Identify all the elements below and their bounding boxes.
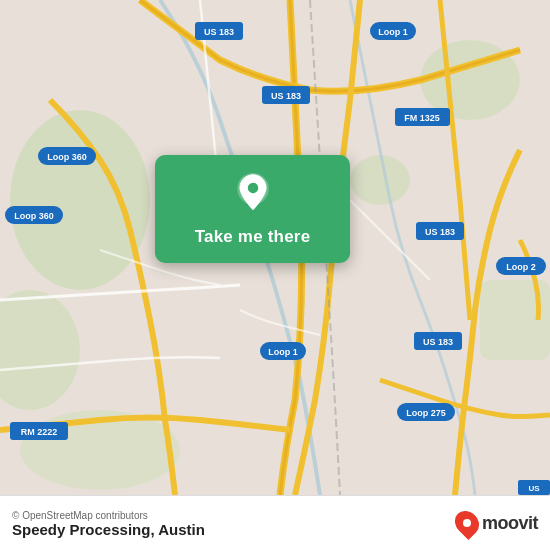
svg-text:US 183: US 183 (271, 91, 301, 101)
svg-point-5 (350, 155, 410, 205)
bottom-left: © OpenStreetMap contributors Speedy Proc… (12, 509, 205, 538)
svg-text:US 183: US 183 (423, 337, 453, 347)
svg-text:US 183: US 183 (204, 27, 234, 37)
svg-text:Loop 2: Loop 2 (506, 262, 536, 272)
bottom-bar: © OpenStreetMap contributors Speedy Proc… (0, 495, 550, 550)
map-container: US 183 US 183 Loop 1 FM 1325 Loop 360 Lo… (0, 0, 550, 495)
svg-text:Loop 1: Loop 1 (378, 27, 408, 37)
svg-text:Loop 360: Loop 360 (14, 211, 54, 221)
take-me-there-button[interactable]: Take me there (195, 227, 311, 247)
svg-point-35 (247, 183, 258, 194)
svg-text:Loop 1: Loop 1 (268, 347, 298, 357)
svg-text:FM 1325: FM 1325 (404, 113, 440, 123)
svg-text:Loop 275: Loop 275 (406, 408, 446, 418)
moovit-brand-text: moovit (482, 513, 538, 534)
copyright-text: © OpenStreetMap contributors (12, 510, 205, 521)
svg-text:US: US (528, 484, 540, 493)
cta-card: Take me there (155, 155, 350, 263)
moovit-pin-icon (450, 506, 484, 540)
svg-text:Loop 360: Loop 360 (47, 152, 87, 162)
moovit-logo: moovit (456, 510, 538, 536)
location-pin-icon (232, 173, 274, 215)
svg-text:US 183: US 183 (425, 227, 455, 237)
place-name: Speedy Processing, Austin (12, 521, 205, 538)
svg-text:RM 2222: RM 2222 (21, 427, 58, 437)
